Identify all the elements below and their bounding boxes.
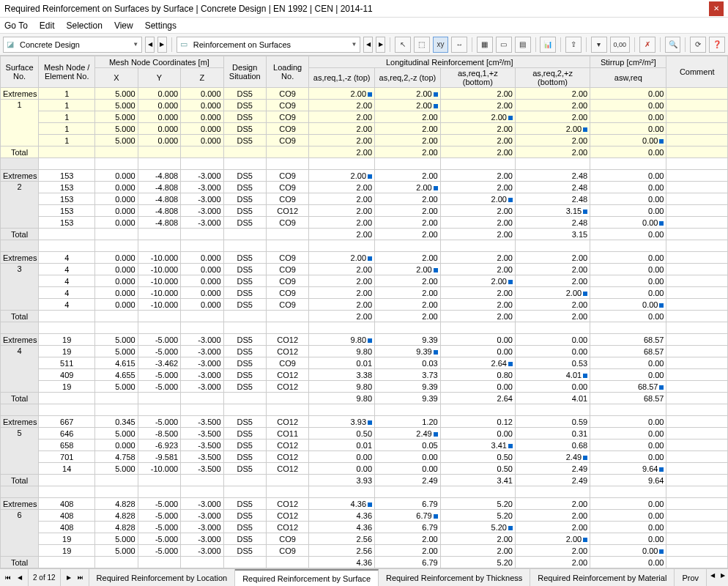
tab-by-surface[interactable]: Required Reinforcement by Surface: [235, 569, 379, 586]
cell-r3[interactable]: 0.12: [440, 416, 515, 428]
cell-ds[interactable]: DS5: [223, 381, 266, 393]
cell-lo[interactable]: CO12: [266, 205, 308, 217]
cell-comment[interactable]: [666, 193, 728, 205]
cell-x[interactable]: 0.000: [95, 205, 138, 217]
cell-stir[interactable]: 0.00: [590, 170, 666, 182]
cell-ds[interactable]: DS5: [223, 205, 266, 217]
cell-z[interactable]: 0.000: [181, 252, 223, 264]
cell-node[interactable]: 153: [39, 182, 95, 193]
cell-r4[interactable]: 2.00: [515, 123, 590, 135]
col-surface-no[interactable]: Surface No.: [1, 56, 39, 88]
cell-r4[interactable]: 2.00: [515, 522, 590, 533]
tool-search[interactable]: 🔍: [665, 37, 681, 53]
cell-r3[interactable]: 0.00: [440, 428, 515, 440]
cell-y[interactable]: -5.000: [138, 533, 180, 545]
cell-r3[interactable]: 0.00: [440, 334, 515, 346]
col-x[interactable]: X: [95, 68, 138, 88]
cell-r4[interactable]: 2.00: [515, 88, 590, 100]
cell-lo[interactable]: CO9: [266, 287, 308, 299]
cell-r1[interactable]: 0.00: [309, 451, 375, 463]
cell-r4[interactable]: 0.53: [515, 357, 590, 369]
cell-x[interactable]: 5.000: [95, 346, 138, 357]
cell-y[interactable]: 0.000: [138, 100, 180, 111]
cell-r2[interactable]: 0.03: [375, 357, 441, 369]
cell-z[interactable]: -3.000: [181, 369, 223, 381]
cell-r2[interactable]: 2.00: [375, 135, 441, 146]
cell-r1[interactable]: 9.80: [309, 381, 375, 393]
col-r3[interactable]: as,req,1,+z (bottom): [440, 68, 515, 88]
cell-z[interactable]: -3.500: [181, 416, 223, 428]
cell-stir[interactable]: 68.57: [590, 381, 666, 393]
cell-z[interactable]: -3.500: [181, 451, 223, 463]
cell-x[interactable]: 5.000: [95, 381, 138, 393]
cell-y[interactable]: -4.808: [138, 182, 180, 193]
cell-comment[interactable]: [666, 205, 728, 217]
cell-x[interactable]: 0.000: [95, 217, 138, 229]
cell-ds[interactable]: DS5: [223, 182, 266, 193]
cell-ds[interactable]: DS5: [223, 135, 266, 146]
combo2-prev[interactable]: ◀: [363, 37, 373, 53]
cell-r4[interactable]: 0.31: [515, 428, 590, 440]
cell-r1[interactable]: 2.00: [309, 193, 375, 205]
cell-node[interactable]: 153: [39, 205, 95, 217]
cell-r2[interactable]: 2.00: [375, 100, 441, 111]
cell-x[interactable]: 0.000: [95, 440, 138, 451]
cell-y[interactable]: -5.000: [138, 334, 180, 346]
cell-z[interactable]: 0.000: [181, 111, 223, 123]
menu-goto[interactable]: Go To: [4, 21, 28, 31]
cell-stir[interactable]: 0.00: [590, 522, 666, 533]
cell-r4[interactable]: 3.15: [515, 205, 590, 217]
cell-z[interactable]: 0.000: [181, 299, 223, 311]
cell-r4[interactable]: 4.01: [515, 369, 590, 381]
cell-node[interactable]: 1: [39, 111, 95, 123]
cell-ds[interactable]: DS5: [223, 193, 266, 205]
cell-node[interactable]: 19: [39, 346, 95, 357]
tool-help[interactable]: ❓: [709, 37, 725, 53]
tool-window[interactable]: ▭: [496, 37, 512, 53]
cell-ds[interactable]: DS5: [223, 522, 266, 533]
cell-z[interactable]: -3.000: [181, 346, 223, 357]
cell-stir[interactable]: 0.00: [590, 428, 666, 440]
page-prev[interactable]: ◀: [15, 572, 25, 584]
cell-x[interactable]: 4.758: [95, 451, 138, 463]
cell-r4[interactable]: 2.00: [515, 533, 590, 545]
cell-x[interactable]: 4.615: [95, 357, 138, 369]
cell-z[interactable]: -3.000: [181, 205, 223, 217]
cell-r2[interactable]: 0.00: [375, 463, 441, 475]
cell-r1[interactable]: 0.50: [309, 428, 375, 440]
cell-r2[interactable]: 0.05: [375, 440, 441, 451]
cell-r2[interactable]: 2.00: [375, 275, 441, 287]
col-loading[interactable]: Loading No.: [266, 56, 308, 88]
cell-z[interactable]: -3.000: [181, 357, 223, 369]
col-y[interactable]: Y: [138, 68, 180, 88]
cell-ds[interactable]: DS5: [223, 111, 266, 123]
cell-y[interactable]: -10.000: [138, 252, 180, 264]
col-r2[interactable]: as,req,2,-z (top): [375, 68, 441, 88]
cell-r2[interactable]: 6.79: [375, 498, 441, 510]
cell-r3[interactable]: 2.00: [440, 545, 515, 557]
cell-r4[interactable]: 0.68: [515, 440, 590, 451]
close-button[interactable]: ✕: [709, 1, 724, 16]
cell-lo[interactable]: CO9: [266, 111, 308, 123]
cell-r1[interactable]: 0.01: [309, 440, 375, 451]
cell-r3[interactable]: 2.00: [440, 287, 515, 299]
cell-lo[interactable]: CO9: [266, 264, 308, 275]
tab-by-material[interactable]: Required Reinforcement by Material: [530, 569, 675, 586]
cell-x[interactable]: 4.828: [95, 510, 138, 522]
cell-r2[interactable]: 2.00: [375, 287, 441, 299]
cell-x[interactable]: 5.000: [95, 88, 138, 100]
cell-stir[interactable]: 0.00: [590, 287, 666, 299]
cell-r1[interactable]: 4.36: [309, 498, 375, 510]
cell-ds[interactable]: DS5: [223, 299, 266, 311]
cell-stir[interactable]: 0.00: [590, 357, 666, 369]
cell-r3[interactable]: 0.50: [440, 451, 515, 463]
cell-r3[interactable]: 3.41: [440, 440, 515, 451]
cell-x[interactable]: 0.000: [95, 170, 138, 182]
cell-r1[interactable]: 9.80: [309, 346, 375, 357]
cell-y[interactable]: -10.000: [138, 287, 180, 299]
cell-ds[interactable]: DS5: [223, 428, 266, 440]
cell-stir[interactable]: 0.00: [590, 533, 666, 545]
cell-r1[interactable]: 2.00: [309, 275, 375, 287]
cell-x[interactable]: 4.828: [95, 522, 138, 533]
cell-z[interactable]: -3.000: [181, 522, 223, 533]
